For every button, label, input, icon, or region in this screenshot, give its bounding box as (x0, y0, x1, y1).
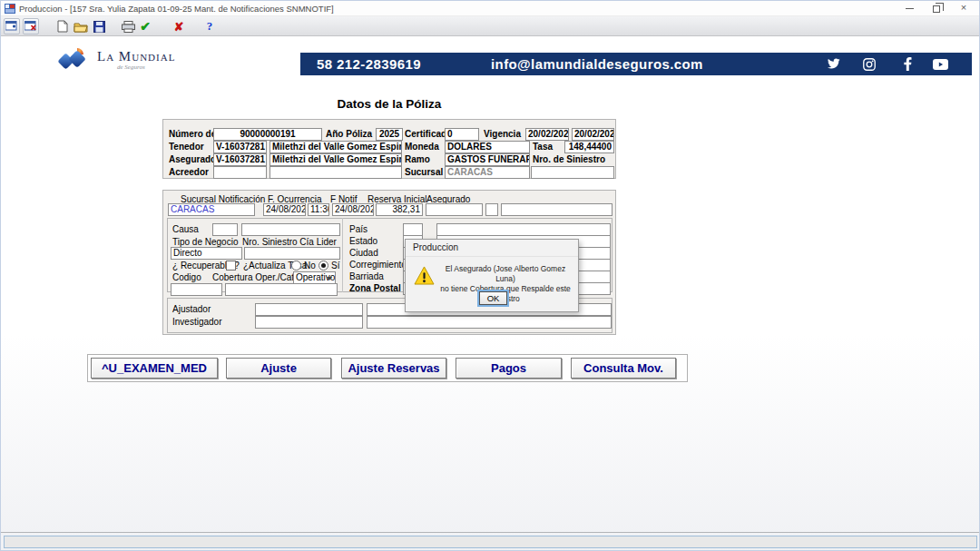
action-button-bar: ^U_EXAMEN_MED Ajuste Ajuste Reservas Pag… (87, 354, 688, 382)
record-add-button[interactable] (4, 18, 20, 34)
record-add-icon (5, 21, 18, 33)
confirm-check-icon: ✔ (140, 19, 151, 34)
youtube-icon[interactable] (932, 56, 948, 72)
print-icon (122, 21, 135, 33)
cancel-x-icon: ✘ (174, 20, 184, 34)
asegurado-codigo-field[interactable] (426, 203, 483, 216)
vigencia-hasta-field[interactable]: 20/02/2026 (572, 128, 614, 141)
cobertura-tipo-dropdown[interactable]: Operativo (293, 271, 336, 284)
la-mundial-logo-icon (55, 44, 97, 74)
nro-siniestro-label: Nro. de Siniestro (533, 154, 605, 164)
estado-label: Estado (349, 236, 377, 246)
print-button[interactable] (120, 18, 136, 34)
asegurado-id-field[interactable]: V-16037281 (213, 153, 267, 166)
asegurado-label: Asegurado (169, 154, 216, 164)
asegurado-tipo-field[interactable] (485, 203, 498, 216)
restore-button[interactable] (923, 1, 950, 15)
asegurado-nombre-notif-field[interactable] (501, 203, 612, 216)
ok-button[interactable]: OK (479, 291, 507, 305)
causa-descripcion-field[interactable] (241, 223, 340, 236)
app-icon (5, 4, 15, 14)
reserva-inicial-field[interactable]: 382,31 (376, 203, 423, 216)
ajustador-codigo-field[interactable] (255, 303, 363, 316)
close-icon: × (961, 2, 966, 13)
tipo-negocio-field[interactable]: Directo (171, 247, 242, 260)
open-button[interactable] (73, 18, 89, 34)
close-button[interactable]: × (950, 1, 977, 15)
new-button[interactable] (54, 18, 71, 34)
recuperable-checkbox[interactable] (226, 261, 236, 271)
actualiza-tasa-no-radio[interactable] (291, 261, 301, 271)
tasa-label: Tasa (533, 142, 553, 152)
help-button[interactable]: ? (201, 18, 218, 34)
sucursal-field[interactable]: CARACAS (445, 166, 530, 179)
f-notif-field[interactable]: 24/08/2025 (332, 203, 374, 216)
corregimiento-label: Corregimiento (349, 260, 407, 270)
email-address[interactable]: info@lamundialdeseguros.com (491, 56, 703, 72)
confirm-button[interactable]: ✔ (137, 18, 153, 34)
zona-postal-label: Zona Postal (349, 283, 401, 293)
sucursal-notificacion-field[interactable]: CARACAS (168, 203, 255, 216)
consulta-mov-button[interactable]: Consulta Mov. (571, 358, 676, 379)
investigador-nombre-field[interactable] (367, 316, 612, 329)
record-delete-button[interactable] (23, 18, 39, 34)
tenedor-id-field[interactable]: V-16037281 (213, 141, 267, 153)
twitter-icon[interactable] (825, 56, 841, 72)
app-window: Produccion - [157 Sra. Yulia Zapata 01-0… (0, 0, 980, 551)
minimize-button[interactable] (896, 1, 923, 15)
ciudad-label: Ciudad (349, 248, 378, 258)
certificado-field[interactable]: 0 (445, 128, 479, 141)
ajuste-button[interactable]: Ajuste (226, 358, 331, 379)
new-document-icon (57, 20, 68, 33)
save-button[interactable] (91, 18, 107, 34)
tasa-field[interactable]: 148,44400 (564, 141, 614, 153)
nro-siniestro-field[interactable] (531, 166, 614, 179)
bottom-divider (1, 532, 979, 533)
pais-field[interactable] (436, 223, 611, 236)
numero-poliza-field[interactable]: 90000000191 (213, 128, 322, 141)
f-ocurrencia-field[interactable]: 24/08/2025 (263, 203, 306, 216)
moneda-label: Moneda (405, 142, 439, 152)
hora-ocurrencia-field[interactable]: 11:36 (308, 203, 329, 216)
investigador-codigo-field[interactable] (255, 316, 363, 329)
causa-label: Causa (172, 224, 199, 234)
nro-siniestro-cia-label: Nro. Siniestro Cía Lider (242, 237, 337, 247)
cobertura-codigo-field[interactable] (225, 283, 338, 296)
instagram-icon[interactable] (861, 56, 877, 72)
tenedor-nombre-field[interactable]: Milethzi del Valle Gomez Espinoz (270, 141, 402, 153)
chevron-down-icon (327, 277, 332, 280)
anio-poliza-field[interactable]: 2025 (376, 128, 403, 141)
nro-siniestro-cia-field[interactable] (244, 247, 340, 260)
ramo-label: Ramo (405, 154, 430, 164)
status-bar (4, 536, 977, 548)
investigador-label: Investigador (172, 317, 221, 327)
tenedor-label: Tenedor (169, 142, 204, 152)
actualiza-tasa-si-radio[interactable] (318, 261, 328, 271)
anio-poliza-label: Año Póliza (326, 129, 372, 139)
acreedor-id-field[interactable] (213, 166, 267, 179)
pagos-button[interactable]: Pagos (456, 358, 562, 379)
facebook-icon[interactable] (899, 56, 916, 72)
phone-number: 58 212-2839619 (317, 56, 421, 72)
ajuste-reservas-button[interactable]: Ajuste Reservas (341, 358, 446, 379)
codigo-field[interactable] (171, 283, 222, 296)
actualiza-tasa-si-label: Sí (331, 261, 339, 271)
examen-med-button[interactable]: ^U_EXAMEN_MED (91, 358, 218, 379)
pais-codigo-field[interactable] (403, 223, 423, 236)
causa-codigo-field[interactable] (212, 223, 238, 236)
vigencia-desde-field[interactable]: 20/02/2025 (525, 128, 569, 141)
save-icon (93, 21, 105, 33)
acreedor-nombre-field[interactable] (270, 166, 402, 179)
title-bar: Produccion - [157 Sra. Yulia Zapata 01-0… (1, 1, 979, 16)
ramo-field[interactable]: GASTOS FUNERARIO (445, 153, 530, 166)
brand-tagline: de Seguros (117, 64, 145, 71)
window-title: Produccion - [157 Sra. Yulia Zapata 01-0… (19, 4, 334, 14)
cancel-button[interactable]: ✘ (171, 18, 187, 34)
warning-dialog: Produccion El Asegurado (Jose Alberto Go… (405, 239, 579, 312)
asegurado-nombre-field[interactable]: Milethzi del Valle Gomez Espinoz (270, 153, 402, 166)
numero-label: Número de (169, 129, 216, 139)
codigo-label: Codigo (172, 272, 201, 282)
toolbar: ✔ ✘ ? (1, 16, 979, 36)
open-folder-icon (74, 21, 88, 33)
moneda-field[interactable]: DOLARES (445, 141, 530, 153)
